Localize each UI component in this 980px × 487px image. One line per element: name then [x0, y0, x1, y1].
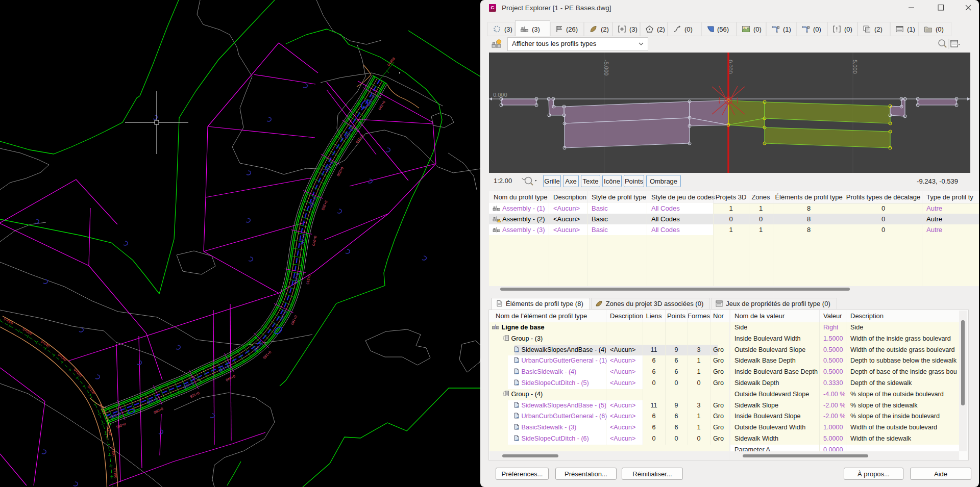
svg-text:-5.000: -5.000 [603, 60, 609, 75]
svg-text:0+080: 0+080 [73, 368, 83, 377]
svg-text:0+215: 0+215 [306, 274, 311, 285]
svg-text:0+020: 0+020 [22, 327, 33, 336]
svg-text:0+290: 0+290 [336, 166, 345, 177]
svg-text:C: C [491, 5, 495, 10]
svg-text:0+240: 0+240 [311, 236, 317, 246]
svg-text:0+165: 0+165 [262, 350, 272, 360]
svg-text:0+340: 0+340 [378, 100, 386, 111]
svg-text:0+060: 0+060 [57, 353, 67, 362]
svg-text:0+115: 0+115 [183, 380, 195, 390]
svg-text:0+000: 0+000 [3, 317, 14, 325]
svg-text:0+065: 0+065 [115, 422, 126, 429]
svg-text:0.000: 0.000 [493, 92, 507, 98]
svg-text:0+180: 0+180 [113, 468, 118, 478]
svg-text:0+140: 0+140 [217, 364, 230, 373]
svg-text:0+090: 0+090 [153, 407, 164, 415]
svg-text:0+115: 0+115 [189, 391, 200, 399]
svg-text:0+265: 0+265 [321, 200, 328, 211]
svg-text:0+160: 0+160 [111, 446, 116, 457]
svg-text:0+190: 0+190 [290, 315, 298, 325]
svg-text:0+315: 0+315 [355, 134, 364, 144]
svg-text:0+040: 0+040 [40, 340, 50, 348]
svg-text:5.000: 5.000 [852, 60, 858, 74]
svg-text:0+190: 0+190 [278, 310, 287, 322]
svg-text:0+100: 0+100 [87, 385, 95, 395]
